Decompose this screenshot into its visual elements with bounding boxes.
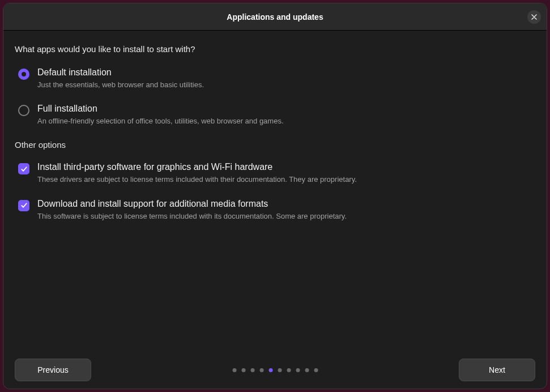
progress-dot <box>287 368 291 372</box>
radio-option-default[interactable]: Default installation Just the essentials… <box>15 67 535 90</box>
checkbox-label: Download and install support for additio… <box>37 199 535 209</box>
check-icon <box>20 202 28 209</box>
checkbox-description: This software is subject to license term… <box>37 211 535 221</box>
checkbox-option-media[interactable]: Download and install support for additio… <box>15 199 535 221</box>
radio-description: Just the essentials, web browser and bas… <box>37 80 535 90</box>
checkbox-thirdparty[interactable] <box>18 163 29 174</box>
installer-window: Applications and updates What apps would… <box>3 3 547 389</box>
option-text-block: Default installation Just the essentials… <box>37 67 535 90</box>
radio-description: An offline-friendly selection of office … <box>37 116 535 126</box>
radio-full[interactable] <box>18 105 29 116</box>
progress-dot <box>259 368 263 372</box>
progress-dot <box>268 368 272 372</box>
previous-button[interactable]: Previous <box>15 359 91 381</box>
progress-dot <box>278 368 282 372</box>
titlebar: Applications and updates <box>3 3 547 31</box>
progress-dot <box>314 368 318 372</box>
other-options-heading: Other options <box>15 140 535 150</box>
checkbox-label: Install third-party software for graphic… <box>37 162 535 172</box>
progress-indicator <box>232 368 318 372</box>
footer: Previous Next <box>3 351 547 389</box>
content-area: What apps would you like to install to s… <box>3 31 547 351</box>
next-button[interactable]: Next <box>459 359 535 381</box>
progress-dot <box>296 368 300 372</box>
radio-default[interactable] <box>18 69 29 80</box>
radio-label: Full installation <box>37 104 535 114</box>
close-button[interactable] <box>527 10 541 24</box>
question-text: What apps would you like to install to s… <box>15 44 535 54</box>
checkbox-option-thirdparty[interactable]: Install third-party software for graphic… <box>15 162 535 185</box>
window-title: Applications and updates <box>227 12 323 22</box>
checkbox-description: These drivers are subject to license ter… <box>37 174 535 185</box>
check-icon <box>20 165 28 173</box>
progress-dot <box>241 368 245 372</box>
radio-label: Default installation <box>37 67 535 78</box>
progress-dot <box>232 368 236 372</box>
radio-option-full[interactable]: Full installation An offline-friendly se… <box>15 104 535 126</box>
option-text-block: Full installation An offline-friendly se… <box>37 104 535 126</box>
option-text-block: Download and install support for additio… <box>37 199 535 221</box>
progress-dot <box>305 368 309 372</box>
option-text-block: Install third-party software for graphic… <box>37 162 535 185</box>
close-icon <box>531 14 537 20</box>
checkbox-media[interactable] <box>18 200 29 211</box>
progress-dot <box>250 368 254 372</box>
